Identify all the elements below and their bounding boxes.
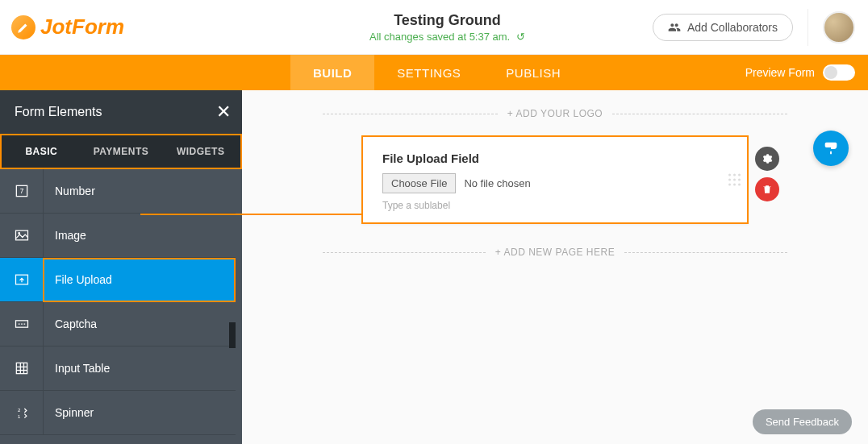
elements-list: 7 Number Image File Upload Captcha Input…: [0, 169, 236, 444]
sidebar-tab-payments[interactable]: PAYMENTS: [81, 135, 161, 168]
header-center: Testing Ground All changes saved at 5:37…: [242, 12, 653, 43]
sidebar: Form Elements ✕ BASIC PAYMENTS WIDGETS 7…: [0, 90, 242, 444]
main: Form Elements ✕ BASIC PAYMENTS WIDGETS 7…: [0, 90, 868, 444]
form-title[interactable]: Testing Ground: [242, 12, 653, 29]
user-avatar[interactable]: [823, 11, 855, 44]
add-page-placeholder[interactable]: + ADD NEW PAGE HERE: [313, 247, 797, 258]
sidebar-header: Form Elements ✕: [0, 90, 242, 134]
save-status: All changes saved at 5:37 am. ↺: [242, 31, 653, 43]
undo-icon[interactable]: ↺: [516, 31, 525, 43]
element-image[interactable]: Image: [0, 214, 236, 258]
sidebar-tab-widgets[interactable]: WIDGETS: [161, 135, 240, 168]
send-feedback-button[interactable]: Send Feedback: [753, 409, 852, 434]
people-icon: [668, 21, 681, 34]
logo[interactable]: JotForm: [0, 15, 242, 39]
element-file-upload[interactable]: File Upload: [0, 258, 236, 302]
svg-point-3: [18, 233, 19, 234]
nav-bar: BUILD SETTINGS PUBLISH Preview Form: [0, 55, 868, 90]
sidebar-title: Form Elements: [15, 105, 102, 119]
logo-text: JotForm: [40, 15, 124, 39]
element-label: Spinner: [44, 406, 94, 419]
element-label: Image: [44, 229, 86, 242]
canvas: + ADD YOUR LOGO File Upload Field Choose…: [242, 90, 868, 444]
image-icon: [0, 214, 44, 257]
svg-text:2: 2: [18, 408, 20, 413]
number-icon: 7: [0, 169, 44, 213]
spinner-icon: 21: [0, 391, 44, 434]
no-file-text: No file chosen: [464, 177, 530, 189]
close-icon[interactable]: ✕: [216, 102, 231, 122]
sidebar-tab-basic[interactable]: BASIC: [2, 135, 81, 168]
file-input-row: Choose File No file chosen: [382, 173, 728, 193]
scrollbar-thumb[interactable]: [229, 322, 236, 348]
field-actions: [755, 147, 779, 201]
divider: [807, 9, 808, 46]
trash-icon: [762, 184, 773, 195]
element-spinner[interactable]: 21 Spinner: [0, 391, 236, 435]
header-right: Add Collaborators: [653, 9, 868, 46]
element-label: Input Table: [44, 362, 110, 375]
drag-handle-icon[interactable]: [728, 174, 741, 186]
add-logo-placeholder[interactable]: + ADD YOUR LOGO: [313, 108, 797, 119]
svg-rect-6: [16, 363, 27, 373]
nav-tab-build[interactable]: BUILD: [290, 55, 374, 90]
nav-tab-settings[interactable]: SETTINGS: [374, 55, 483, 90]
field-settings-button[interactable]: [755, 147, 779, 171]
add-collaborators-button[interactable]: Add Collaborators: [653, 14, 793, 41]
preview-toggle[interactable]: [823, 64, 855, 81]
element-label: File Upload: [44, 273, 112, 286]
sidebar-tabs: BASIC PAYMENTS WIDGETS: [0, 134, 242, 169]
element-captcha[interactable]: Captcha: [0, 302, 236, 346]
gear-icon: [762, 153, 773, 164]
element-input-table[interactable]: Input Table: [0, 346, 236, 391]
top-header: JotForm Testing Ground All changes saved…: [0, 0, 868, 55]
table-icon: [0, 346, 44, 390]
theme-roller-button[interactable]: [813, 131, 849, 166]
choose-file-button[interactable]: Choose File: [382, 173, 456, 193]
element-label: Captcha: [44, 317, 97, 330]
element-number[interactable]: 7 Number: [0, 169, 236, 214]
nav-tabs: BUILD SETTINGS PUBLISH: [290, 55, 583, 90]
pen-icon: [11, 15, 35, 39]
preview-label: Preview Form: [745, 66, 815, 79]
save-status-text: All changes saved at 5:37 am.: [369, 31, 510, 43]
field-title[interactable]: File Upload Field: [382, 151, 728, 165]
file-upload-field[interactable]: File Upload Field Choose File No file ch…: [361, 135, 749, 224]
collab-label: Add Collaborators: [687, 21, 778, 34]
svg-text:1: 1: [18, 414, 20, 419]
captcha-icon: [0, 302, 44, 346]
field-delete-button[interactable]: [755, 177, 779, 201]
add-page-label: + ADD NEW PAGE HERE: [495, 247, 615, 258]
nav-tab-publish[interactable]: PUBLISH: [483, 55, 583, 90]
sublabel[interactable]: Type a sublabel: [382, 200, 728, 211]
add-logo-label: + ADD YOUR LOGO: [507, 108, 603, 119]
paint-roller-icon: [822, 139, 840, 157]
element-label: Number: [44, 185, 95, 197]
svg-text:7: 7: [19, 187, 23, 195]
fileupload-icon: [0, 258, 44, 301]
preview-form: Preview Form: [745, 55, 868, 90]
